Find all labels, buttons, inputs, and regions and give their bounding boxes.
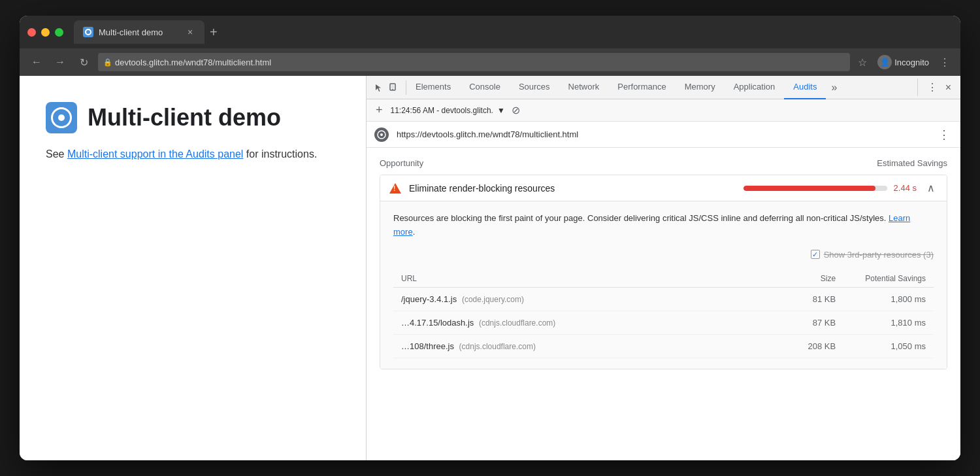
audit-savings-value: 2.44 s xyxy=(894,183,917,193)
filter-checkbox[interactable]: ✓ xyxy=(811,250,820,259)
page-logo-title: Multi-client demo xyxy=(46,102,340,133)
forward-button[interactable]: → xyxy=(51,53,69,71)
page-logo xyxy=(46,102,77,133)
window-maximize-button[interactable] xyxy=(55,28,63,37)
resource-url-main: …108/three.js xyxy=(401,341,454,351)
resource-url-domain: (code.jquery.com) xyxy=(462,295,524,304)
resource-savings-cell: 1,800 ms xyxy=(843,287,934,311)
tab-favicon xyxy=(83,27,93,37)
col-header-savings: Potential Savings xyxy=(843,270,934,288)
url-text: https://devtools.glitch.me/wndt78/multic… xyxy=(397,129,928,139)
url-more-button[interactable]: ⋮ xyxy=(936,126,953,143)
back-button[interactable]: ← xyxy=(27,53,46,71)
resource-url-main: /jquery-3.4.1.js xyxy=(401,294,457,304)
estimated-savings-label: Estimated Savings xyxy=(877,158,947,168)
resource-url-cell: …4.17.15/lodash.js (cdnjs.cloudflare.com… xyxy=(393,311,753,334)
audit-collapse-button[interactable]: ∧ xyxy=(924,182,938,194)
page-logo-inner xyxy=(51,107,72,128)
col-header-size: Size xyxy=(753,270,843,288)
devtools-icon-group xyxy=(367,80,406,95)
add-audit-button[interactable]: + xyxy=(373,102,385,118)
third-party-filter: ✓ Show 3rd-party resources (3) xyxy=(393,250,934,260)
col-header-url: URL xyxy=(393,270,753,288)
browser-window: Multi-client demo × + ← → ↻ 🔒 ☆ 👤 Incogn… xyxy=(20,16,960,460)
checkbox-check: ✓ xyxy=(812,250,818,259)
account-button[interactable]: 👤 Incognito xyxy=(872,52,934,72)
page-description-before: See xyxy=(46,148,67,160)
window-minimize-button[interactable] xyxy=(41,28,50,37)
audit-savings-bar-wrapper: 2.44 s xyxy=(743,183,917,193)
timestamp-display: 11:24:56 AM - devtools.glitch. ▼ xyxy=(391,106,505,115)
opportunity-label: Opportunity xyxy=(380,158,423,168)
resource-url-main: …4.17.15/lodash.js xyxy=(401,318,474,328)
table-row: …108/three.js (cdnjs.cloudflare.com) 208… xyxy=(393,334,934,358)
devtools-more-button[interactable]: ⋮ xyxy=(923,78,941,96)
opportunity-header: Opportunity Estimated Savings xyxy=(380,158,947,168)
refresh-button[interactable]: ↻ xyxy=(74,53,93,71)
browser-menu-button[interactable]: ⋮ xyxy=(937,54,953,71)
resource-url-domain: (cdnjs.cloudflare.com) xyxy=(479,318,555,328)
svg-point-2 xyxy=(392,88,393,90)
resource-savings-cell: 1,810 ms xyxy=(843,311,934,334)
tab-performance[interactable]: Performance xyxy=(608,76,675,99)
account-label: Incognito xyxy=(894,58,929,67)
svg-rect-1 xyxy=(391,85,394,88)
resource-savings-cell: 1,050 ms xyxy=(843,334,934,358)
resource-size-cell: 81 KB xyxy=(753,287,843,311)
window-close-button[interactable] xyxy=(27,28,36,37)
page-description-after: for instructions. xyxy=(243,148,317,160)
svg-point-4 xyxy=(380,133,383,136)
url-favicon xyxy=(374,128,389,142)
tab-elements[interactable]: Elements xyxy=(406,76,460,99)
audit-savings-bar-fill xyxy=(743,186,875,191)
audit-item-header[interactable]: Eliminate render-blocking resources 2.44… xyxy=(380,175,947,201)
tab-application[interactable]: Application xyxy=(725,76,785,99)
resource-size-cell: 208 KB xyxy=(753,334,843,358)
devtools-close-button[interactable]: × xyxy=(941,79,955,96)
new-tab-button[interactable]: + xyxy=(204,20,223,44)
dropdown-arrow[interactable]: ▼ xyxy=(497,106,505,115)
tab-more-button[interactable]: » xyxy=(826,76,842,99)
tab-title: Multi-client demo xyxy=(99,27,180,37)
nav-bar: ← → ↻ 🔒 ☆ 👤 Incognito ⋮ xyxy=(20,48,960,76)
devtools-right-actions: ⋮ × xyxy=(917,78,960,96)
audits-panel-link[interactable]: Multi-client support in the Audits panel xyxy=(67,148,243,160)
audit-savings-bar xyxy=(743,186,887,191)
nav-right-actions: ☆ 👤 Incognito ⋮ xyxy=(855,52,953,72)
title-bar: Multi-client demo × + xyxy=(20,16,960,48)
devtools-toolbar: Elements Console Sources Network Perform… xyxy=(367,76,960,99)
audits-content: Opportunity Estimated Savings Eliminate … xyxy=(367,148,960,460)
main-content: Multi-client demo See Multi-client suppo… xyxy=(20,76,960,460)
account-icon: 👤 xyxy=(877,55,892,69)
tab-network[interactable]: Network xyxy=(559,76,609,99)
page-description: See Multi-client support in the Audits p… xyxy=(46,146,340,162)
filter-label: Show 3rd-party resources (3) xyxy=(824,250,934,260)
url-row: https://devtools.glitch.me/wndt78/multic… xyxy=(367,122,960,148)
devtools-tabs: Elements Console Sources Network Perform… xyxy=(406,76,917,99)
device-toolbar-button[interactable] xyxy=(386,80,400,95)
block-button[interactable]: ⊘ xyxy=(510,103,521,118)
address-bar-wrapper: 🔒 xyxy=(98,53,850,71)
audit-description: Resources are blocking the first paint o… xyxy=(393,212,934,239)
audit-item: Eliminate render-blocking resources 2.44… xyxy=(380,175,947,369)
resource-url-domain: (cdnjs.cloudflare.com) xyxy=(459,342,536,351)
address-input[interactable] xyxy=(98,53,850,71)
tab-close-button[interactable]: × xyxy=(185,27,195,37)
devtools-subtoolbar: + 11:24:56 AM - devtools.glitch. ▼ ⊘ xyxy=(367,99,960,122)
table-row: …4.17.15/lodash.js (cdnjs.cloudflare.com… xyxy=(393,311,934,334)
cursor-tool-button[interactable] xyxy=(372,80,386,95)
resources-table: URL Size Potential Savings xyxy=(393,270,934,358)
audit-item-title: Eliminate render-blocking resources xyxy=(409,183,736,194)
devtools-panel: Elements Console Sources Network Perform… xyxy=(366,76,960,460)
tab-sources[interactable]: Sources xyxy=(510,76,559,99)
bookmark-button[interactable]: ☆ xyxy=(855,54,870,71)
table-row: /jquery-3.4.1.js (code.jquery.com) 81 KB… xyxy=(393,287,934,311)
tab-console[interactable]: Console xyxy=(460,76,510,99)
tab-bar: Multi-client demo × + xyxy=(74,20,953,44)
audit-expanded-content: Resources are blocking the first paint o… xyxy=(380,201,947,369)
tab-audits[interactable]: Audits xyxy=(784,76,826,99)
table-header-row: URL Size Potential Savings xyxy=(393,270,934,288)
tab-memory[interactable]: Memory xyxy=(676,76,725,99)
active-tab[interactable]: Multi-client demo × xyxy=(74,20,204,44)
resource-url-cell: …108/three.js (cdnjs.cloudflare.com) xyxy=(393,334,753,358)
